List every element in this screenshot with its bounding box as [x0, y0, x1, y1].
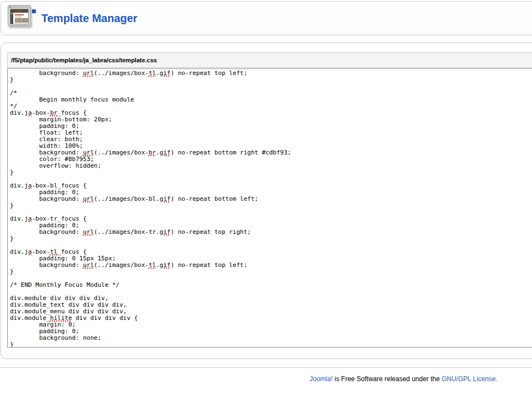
editor-panel: /f5/ptap/public/templates/ja_labra/css/t… — [1, 42, 532, 359]
window-preview-icon — [8, 5, 31, 26]
admin-header: Template Manager — [1, 1, 532, 35]
page-title: Template Manager — [41, 12, 137, 25]
joomla-link[interactable]: Joomla! — [309, 375, 332, 383]
gnu-gpl-license-link[interactable]: GNU/GPL License. — [442, 375, 498, 383]
footer-text: is Free Software released under the — [332, 375, 441, 383]
footer: Joomla! is Free Software released under … — [0, 367, 532, 383]
page: Template Manager /f5/ptap/public/templat… — [0, 1, 532, 383]
template-css-textarea[interactable]: background: url(../images/box-tl.gif) no… — [7, 68, 532, 348]
template-manager-icon — [7, 4, 36, 33]
file-path-header: /f5/ptap/public/templates/ja_labra/css/t… — [7, 52, 532, 68]
blue-chip-icon — [32, 9, 36, 13]
